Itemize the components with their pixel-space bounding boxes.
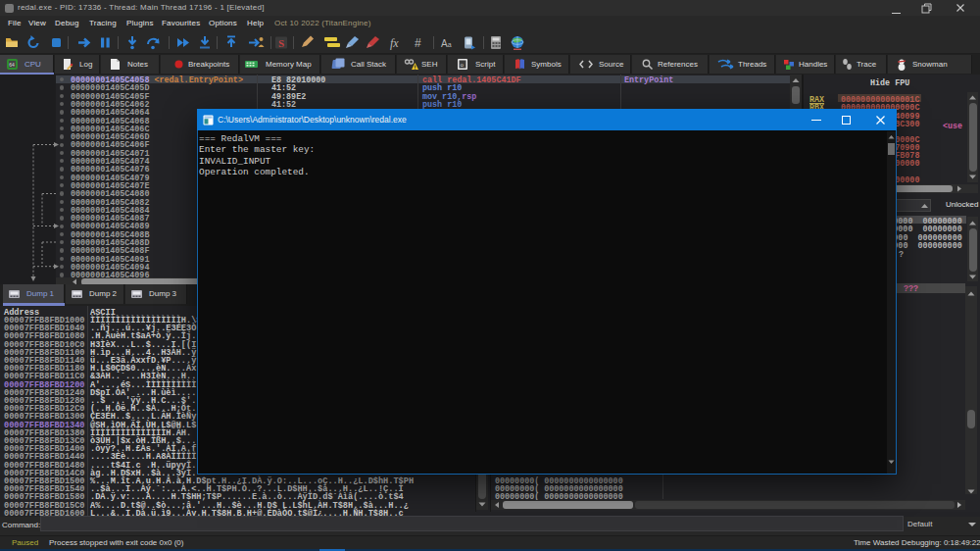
svg-text:fx: fx <box>390 36 399 50</box>
svg-text:S: S <box>278 37 284 49</box>
svg-text:64: 64 <box>9 62 15 68</box>
svg-text:Aa: Aa <box>441 38 452 49</box>
svg-text:#: # <box>415 36 421 50</box>
svg-text:o: o <box>461 62 465 69</box>
